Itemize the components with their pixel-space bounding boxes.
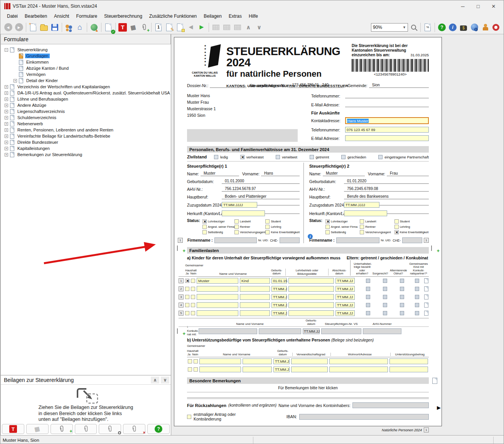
child-geburtsdatum-input[interactable]: TT.MM.J [271,294,287,300]
support-verwandtschaft-input[interactable] [291,367,328,372]
child-lehrbetrieb-input[interactable] [288,310,334,316]
view-attachment-button[interactable] [99,424,121,434]
p1-hauptberuf-field[interactable]: Boden- und Plattenleger [222,194,300,199]
p2-vorname-field[interactable]: Frau [387,171,429,176]
p2-herkunft-input[interactable] [344,210,387,216]
p2-firmenname-input[interactable] [336,237,379,243]
page-one-icon[interactable]: 1 [153,22,164,33]
p1-status-lehrling[interactable]: Lehrling [265,224,300,229]
tree-expand-icon[interactable]: + [5,116,8,119]
taxpayer-nr-value[interactable]: 123.456.789.01 240 [289,83,344,88]
p2-hauptberuf-field[interactable]: Berufe des Bankwesens [344,194,429,199]
menu-datei[interactable]: Datei [3,13,21,20]
support-wohnort-input[interactable] [329,358,388,364]
unterhalt-checkbox[interactable] [366,303,370,307]
sorgerecht-checkbox[interactable] [383,311,387,315]
unterhalt-checkbox[interactable] [366,279,370,283]
menu-zusaetzliche-funktionen[interactable]: Zusätzliche Funktionen [146,13,200,20]
p2-status-versicherungsagent[interactable]: Versicherungsagent [360,229,394,235]
open-file-icon[interactable] [39,22,49,33]
edit-document-icon[interactable]: ✎ [164,22,175,33]
add-table-row-icon[interactable]: + [177,246,185,252]
first-request-checkbox[interactable] [187,415,191,419]
tree-expand-icon[interactable]: + [5,135,8,138]
child-lehrbetrieb-input[interactable] [288,294,334,300]
tree-item-vermoegen[interactable]: Vermögen [1,71,171,77]
tree-expand-icon[interactable]: + [5,91,8,95]
obhut-checkbox[interactable] [400,311,404,315]
unterhalt-checkbox[interactable] [366,295,370,299]
table-add-icon[interactable] [211,22,221,33]
attachments-help-button[interactable]: ? [147,424,170,434]
p2-geburtsdatum-field[interactable]: 01.01.2020 [344,179,429,184]
sorgerecht-checkbox[interactable] [383,287,387,291]
sorgerecht-checkbox[interactable] [383,295,387,299]
child-vorname-input[interactable] [240,310,270,316]
contact-address-input[interactable]: Hans Muster [345,117,429,124]
menu-steuerberechnung[interactable]: Steuerberechnung [101,13,146,20]
p1-status-student[interactable]: Student [265,219,300,224]
tree-item-kapitalleistungen[interactable]: + Kapitalleistungen [1,145,171,151]
menu-formulare[interactable]: Formulare [72,13,101,20]
notes-document-icon[interactable] [175,22,185,33]
tree-item-nebenerwerb[interactable]: + Nebenerwerb [1,121,171,127]
dossier-field[interactable] [210,83,246,88]
checkbox-verheiratet[interactable]: verheiratet [240,155,264,159]
scan-barcode-icon[interactable]: ▦ [128,22,139,33]
child-vorname-input[interactable] [240,286,270,292]
child-abschluss-input[interactable]: TT.MM.JJ [335,302,355,308]
menu-hilfe[interactable]: Hilfe [245,13,261,20]
help-icon[interactable]: ? [437,22,447,33]
add-table-row-icon[interactable]: + [177,329,185,335]
checkbox-getrennt[interactable]: getrennt [310,155,329,159]
obhut-checkbox[interactable] [400,287,404,291]
p2-ahv-field[interactable]: 756.2345.6789.08 [344,187,429,192]
tree-expand-icon[interactable]: + [5,141,8,144]
haushalt-ja-checkbox[interactable] [188,359,192,363]
close-button[interactable]: ✕ [486,1,501,12]
validate-document-icon[interactable]: ✓ [103,22,114,33]
tree-item-detail-kinder[interactable]: + Detail der Kinder [1,77,171,84]
p2-name-field[interactable]: Muster [323,171,365,176]
haushalt-ja-checkbox[interactable] [188,367,192,372]
history-back-icon[interactable]: ◄ [185,22,196,33]
p1-status-rentner[interactable]: Rentner [234,224,265,229]
tree-item-steuererklaerung[interactable]: − Steuererklärung [1,47,171,53]
gemeinsames-kind-checkbox[interactable] [415,303,419,307]
email-field[interactable] [345,102,429,107]
gemeinsames-kind-checkbox[interactable] [415,279,419,283]
panel-down-icon[interactable]: ∨ [161,377,169,383]
child-abschluss-input[interactable]: TT.MM.JJ [335,278,355,284]
haushalt-ja-checkbox[interactable] [185,279,189,283]
info-icon[interactable] [308,234,313,239]
obhut-checkbox[interactable] [400,295,404,299]
child-name-input[interactable] [197,286,238,292]
tree-expand-icon[interactable]: + [5,98,8,101]
tree-item-wertschriften[interactable]: + Verzeichnis der Wertschriften und Kapi… [1,84,171,90]
p1-vorname-field[interactable]: Hans [261,171,300,176]
child-vorname-input[interactable] [240,302,270,308]
tree-expand-icon[interactable]: + [5,128,8,132]
support-name-input[interactable] [199,358,241,364]
p1-status-landwirt[interactable]: Landwirt [234,219,265,224]
contact-email-input[interactable] [345,135,429,141]
child-vorname-input[interactable]: Kind [240,278,270,284]
support-geburtsdatum-input[interactable]: TT.MM.J [273,367,290,372]
menu-bearbeiten[interactable]: Bearbeiten [21,13,51,20]
p2-status-rentner[interactable]: Rentner [360,224,394,229]
add-attachment-button[interactable]: + [51,424,73,434]
p1-uid-input[interactable] [280,237,300,243]
haushalt-ja-checkbox[interactable] [185,303,189,307]
row-document-icon[interactable] [424,311,428,316]
p1-geburtsdatum-field[interactable]: 01.01.2000 [222,179,300,184]
p2-zuzugsdatum-input[interactable]: TT.MM.JJJJ [344,202,379,208]
nav-back-icon[interactable]: ◄ [3,22,13,33]
tree-item-bundessteuer[interactable]: + Direkte Bundessteuer [1,139,171,145]
p2-uid-input[interactable] [402,237,422,243]
child-geburtsdatum-input[interactable]: 01.01.15 [271,278,287,284]
attachments-dropzone[interactable]: Ziehen Sie die Beilagen zur Steuererklär… [1,385,171,423]
tree-expand-icon[interactable]: + [5,85,8,89]
tree-item-da1rus[interactable]: + DA-1/R-US Antrag ausl. Quellensteuern/… [1,90,171,96]
tree-expand-icon[interactable]: + [5,122,8,126]
unterhalt-checkbox[interactable] [366,287,370,291]
